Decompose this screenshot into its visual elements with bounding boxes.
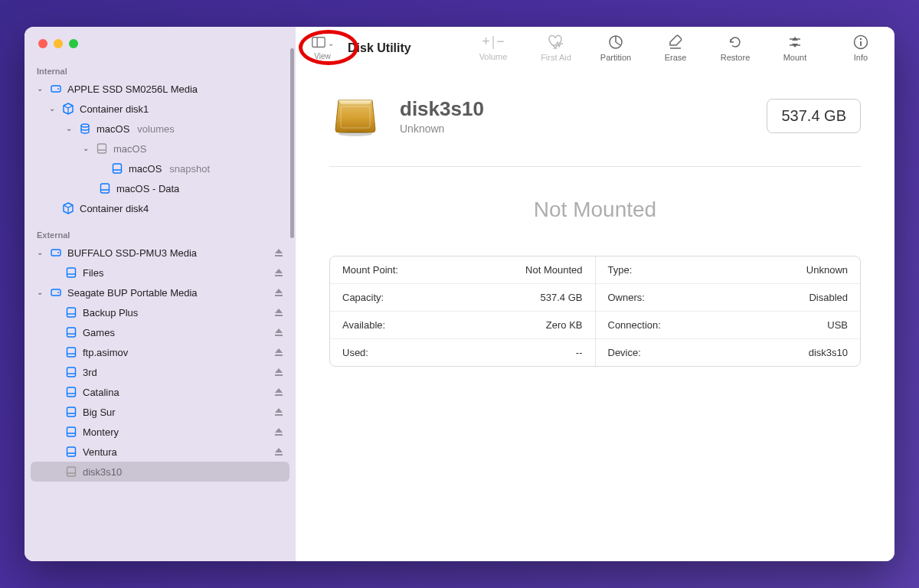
sidebar-item-macos-data[interactable]: macOS - Data [31, 178, 289, 198]
info-button[interactable]: Info [845, 34, 876, 62]
info-row-capacity: Capacity: 537.4 GB [330, 284, 595, 312]
sidebar-item-buffalo[interactable]: ⌄ BUFFALO SSD-PMU3 Media [31, 243, 289, 263]
hdd-icon [49, 286, 63, 299]
info-value: Zero KB [546, 319, 583, 331]
sidebar-item-container1[interactable]: ⌄ Container disk1 [31, 99, 289, 119]
volume-icon [64, 445, 78, 459]
eject-icon[interactable] [273, 326, 285, 338]
sidebar-item-suffix: snapshot [169, 163, 210, 175]
toolbar-item-label: Erase [665, 53, 687, 62]
sidebar-section-external: External [31, 226, 289, 243]
partition-button[interactable]: Partition [596, 34, 636, 62]
sidebar-item-label: macOS [113, 143, 146, 155]
info-key: Owners: [608, 292, 645, 303]
sidebar-item-backup-plus[interactable]: Backup Plus [31, 302, 289, 322]
sidebar-item-ftp[interactable]: ftp.asimov [31, 342, 289, 362]
sidebar-item-label: 3rd [83, 367, 97, 378]
sidebar-item-macos-snapshot[interactable]: macOS snapshot [31, 158, 289, 178]
sidebar-item-catalina[interactable]: Catalina [31, 382, 289, 402]
info-row-mount-point: Mount Point: Not Mounted [330, 256, 595, 284]
sidebar-item-montery[interactable]: Montery [31, 422, 289, 442]
sidebar-item-seagate[interactable]: ⌄ Seagate BUP Portable Media [31, 283, 289, 302]
sidebar-item-files[interactable]: Files [31, 263, 289, 283]
erase-button[interactable]: Erase [656, 34, 695, 62]
info-key: Type: [608, 264, 633, 276]
sidebar-item-macos-group[interactable]: ⌄ macOS volumes [31, 119, 289, 139]
volume-add-remove-button[interactable]: +|− Volume [470, 34, 516, 61]
chevron-down-icon[interactable]: ⌄ [35, 287, 44, 296]
zoom-window-button[interactable] [69, 39, 78, 48]
eject-icon[interactable] [273, 386, 285, 398]
info-value: disk3s10 [809, 347, 848, 358]
sidebar-item-label: Catalina [83, 387, 119, 398]
sidebar-item-label: Games [83, 327, 115, 338]
volume-icon [64, 385, 78, 399]
sidebar-item-label: ftp.asimov [83, 347, 128, 358]
sidebar-item-games[interactable]: Games [31, 322, 289, 342]
sidebar-section-internal: Internal [31, 62, 289, 79]
window-controls [25, 27, 296, 48]
volume-stack-icon [78, 122, 92, 136]
svg-point-16 [338, 132, 372, 136]
hdd-icon [49, 82, 63, 96]
volume-name: disk3s10 [400, 97, 484, 121]
erase-icon [667, 34, 684, 51]
info-key: Connection: [608, 319, 661, 331]
sidebar-item-label: BUFFALO SSD-PMU3 Media [67, 247, 197, 259]
toolbar-item-label: First Aid [541, 53, 571, 62]
minimize-window-button[interactable] [54, 39, 63, 48]
sidebar: Internal ⌄ APPLE SSD SM0256L Media ⌄ Con… [25, 27, 296, 561]
eject-icon[interactable] [273, 286, 285, 299]
volume-icon [64, 325, 78, 339]
eject-icon[interactable] [273, 426, 285, 438]
volume-icon [110, 162, 124, 175]
volume-status: Not Mounted [329, 198, 861, 222]
toolbar-item-label: Info [854, 53, 868, 62]
sidebar-item-internal-disk[interactable]: ⌄ APPLE SSD SM0256L Media [31, 79, 289, 99]
chevron-down-icon[interactable]: ⌄ [35, 247, 44, 256]
eject-icon[interactable] [273, 346, 285, 358]
sidebar-item-label: Montery [83, 426, 119, 438]
volume-icon [64, 365, 78, 379]
info-row-device: Device: disk3s10 [596, 339, 861, 366]
mount-button[interactable]: Mount [775, 34, 815, 62]
volume-info-table: Mount Point: Not Mounted Capacity: 537.4… [329, 256, 861, 367]
info-value: Unknown [806, 264, 848, 276]
sidebar-item-label: disk3s10 [83, 466, 122, 478]
sidebar-scrollbar[interactable] [290, 48, 294, 238]
volume-icon [64, 405, 78, 419]
eject-icon[interactable] [273, 306, 285, 318]
chevron-down-icon[interactable]: ⌄ [64, 123, 74, 132]
mount-icon [787, 34, 803, 51]
info-value: Not Mounted [525, 264, 582, 276]
volume-header: disk3s10 Unknown 537.4 GB [329, 90, 861, 142]
sidebar-item-disk3s10[interactable]: disk3s10 [31, 462, 289, 482]
chevron-down-icon[interactable]: ⌄ [35, 83, 44, 93]
eject-icon[interactable] [273, 366, 285, 378]
close-window-button[interactable] [38, 39, 47, 48]
sidebar-item-bigsur[interactable]: Big Sur [31, 402, 289, 422]
eject-icon[interactable] [273, 266, 285, 279]
restore-button[interactable]: Restore [715, 34, 755, 62]
info-column-left: Mount Point: Not Mounted Capacity: 537.4… [330, 256, 595, 366]
divider [329, 166, 861, 167]
info-row-used: Used: -- [330, 339, 595, 366]
eject-icon[interactable] [273, 247, 285, 259]
container-icon [61, 201, 75, 215]
eject-icon[interactable] [273, 446, 285, 458]
sidebar-item-label: Container disk1 [80, 103, 149, 115]
sidebar-item-ventura[interactable]: Ventura [31, 442, 289, 462]
sidebar-item-container4[interactable]: › Container disk4 [31, 198, 289, 218]
first-aid-button[interactable]: First Aid [536, 34, 576, 62]
minus-icon: − [496, 34, 505, 50]
info-row-connection: Connection: USB [596, 312, 861, 339]
info-column-right: Type: Unknown Owners: Disabled Connectio… [595, 256, 861, 366]
chevron-down-icon[interactable]: ⌄ [47, 103, 57, 113]
sidebar-item-macos-vol[interactable]: ⌄ macOS [31, 139, 289, 158]
view-menu-button[interactable]: ⌄ View [302, 35, 343, 60]
first-aid-icon [548, 34, 564, 51]
sidebar-item-3rd[interactable]: 3rd [31, 362, 289, 382]
eject-icon[interactable] [273, 406, 285, 418]
chevron-down-icon[interactable]: ⌄ [81, 143, 90, 152]
info-row-type: Type: Unknown [596, 256, 861, 284]
